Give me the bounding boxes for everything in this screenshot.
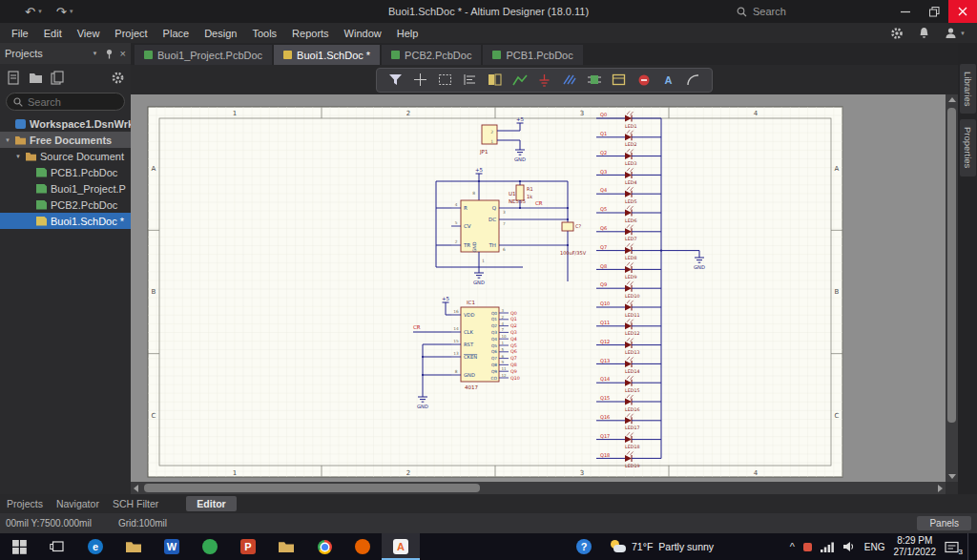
horizontal-scrollbar[interactable] <box>131 482 946 494</box>
scroll-up-icon[interactable] <box>948 97 956 102</box>
vertical-scroll-thumb[interactable] <box>947 108 956 423</box>
help-icon[interactable]: ? <box>565 533 603 560</box>
powerpoint-icon[interactable]: P <box>229 533 267 560</box>
tree-item-pcb1-pcbdoc[interactable]: PCB1.PcbDoc <box>0 164 131 180</box>
svg-text:Q10: Q10 <box>600 301 610 306</box>
menu-tools[interactable]: Tools <box>244 26 284 41</box>
start-icon[interactable] <box>0 533 38 560</box>
tab-projects[interactable]: Projects <box>0 498 50 509</box>
word-icon[interactable]: W <box>153 533 191 560</box>
svg-text:LED9: LED9 <box>625 275 636 280</box>
text-tool-icon[interactable]: A <box>658 72 678 89</box>
tree-item-source-document[interactable]: ▼Source Document <box>0 148 131 164</box>
tree-item-free-documents[interactable]: ▼Free Documents <box>0 132 131 148</box>
hidden-icons-button[interactable]: ^ <box>790 541 795 552</box>
scroll-right-icon[interactable] <box>938 485 943 492</box>
sheet-tool-icon[interactable] <box>485 72 505 89</box>
menu-file[interactable]: File <box>4 26 36 41</box>
sheet-border[interactable]: 11223344AABBCC <box>148 107 842 477</box>
chevron-down-icon[interactable]: ▼ <box>69 9 74 14</box>
bell-icon[interactable] <box>918 27 930 40</box>
panel-menu-icon[interactable]: ▼ <box>93 51 98 56</box>
chevron-down-icon[interactable]: ▼ <box>37 9 43 14</box>
tray-app-icon[interactable] <box>803 543 812 551</box>
window-title: Buoi1.SchDoc * - Altium Designer (18.0.1… <box>0 0 977 23</box>
chrome-icon[interactable] <box>305 533 343 560</box>
menu-project[interactable]: Project <box>107 26 155 41</box>
restore-button[interactable] <box>920 0 948 23</box>
doc-tab-pcb1-pcbdoc[interactable]: PCB1.PcbDoc <box>483 45 582 65</box>
schematic-sheet[interactable]: 11223344AABBCCJP121+5GND+58U1NE5554R5CV2… <box>131 94 958 494</box>
menu-reports[interactable]: Reports <box>284 26 337 41</box>
altium-designer-icon[interactable]: A <box>382 533 420 560</box>
svg-text:+5: +5 <box>516 116 525 122</box>
projects-search-input[interactable] <box>28 96 114 108</box>
align-tool-icon[interactable] <box>460 72 480 89</box>
projects-search[interactable] <box>6 93 125 111</box>
tab-sch-filter[interactable]: SCH Filter <box>106 498 165 509</box>
editor-canvas[interactable]: 11223344AABBCCJP121+5GND+58U1NE5554R5CV2… <box>131 94 958 494</box>
menu-design[interactable]: Design <box>197 26 244 41</box>
expand-arrow-icon[interactable]: ▼ <box>14 154 22 159</box>
horizontal-scroll-thumb[interactable] <box>144 484 480 492</box>
crosshair-tool-icon[interactable] <box>410 72 430 89</box>
panel-close-icon[interactable]: × <box>120 48 126 59</box>
doc-tab-buoi1-schdoc-[interactable]: Buoi1.SchDoc * <box>274 45 380 65</box>
volume-icon[interactable] <box>842 541 856 552</box>
app-green-icon[interactable] <box>191 533 229 560</box>
tree-item-buoi1-schdoc-[interactable]: Buoi1.SchDoc * <box>0 213 131 229</box>
power-port-tool-icon[interactable] <box>534 72 554 89</box>
folder-2-icon[interactable] <box>267 533 305 560</box>
menu-view[interactable]: View <box>70 26 108 41</box>
scroll-left-icon[interactable] <box>134 485 138 492</box>
tree-item-buoi1-project-p[interactable]: Buoi1_Project.P <box>0 180 131 197</box>
pin-icon[interactable] <box>105 49 114 59</box>
close-button[interactable] <box>948 0 977 23</box>
show-desktop-button[interactable] <box>967 533 972 560</box>
weather-widget[interactable]: 71°F Partly sunny <box>611 540 714 553</box>
sheet-symbol-tool-icon[interactable] <box>609 72 629 89</box>
menu-place[interactable]: Place <box>156 26 197 41</box>
tree-item-pcb2-pcbdoc[interactable]: PCB2.PcbDoc <box>0 197 131 213</box>
doc-tab-buoi1-project-pcbdoc[interactable]: Buoi1_Project.PcbDoc <box>135 45 272 65</box>
tab-libraries[interactable]: Libraries <box>960 64 976 114</box>
filter-tool-icon[interactable] <box>385 72 405 89</box>
menu-edit[interactable]: Edit <box>36 26 70 41</box>
edge-icon[interactable]: e <box>76 533 114 560</box>
panels-button[interactable]: Panels <box>917 516 971 530</box>
harness-tool-icon[interactable] <box>559 72 579 89</box>
doc-tab-label: PCB2.PcbDoc <box>405 50 471 61</box>
firefox-icon[interactable] <box>343 533 382 560</box>
wire-tool-icon[interactable] <box>509 72 530 89</box>
scroll-down-icon[interactable] <box>948 474 956 479</box>
tab-editor[interactable]: Editor <box>186 496 236 511</box>
undo-button[interactable]: ↶▼ <box>25 5 43 19</box>
menu-help[interactable]: Help <box>389 26 426 41</box>
doc-tab-pcb2-pcbdoc[interactable]: PCB2.PcbDoc <box>382 45 481 65</box>
language-indicator[interactable]: ENG <box>864 542 885 552</box>
panel-gear-icon[interactable] <box>111 71 124 85</box>
minimize-button[interactable] <box>891 0 920 23</box>
user-menu[interactable]: ▼ <box>945 27 966 39</box>
expand-arrow-icon[interactable]: ▼ <box>4 137 11 143</box>
taskbar-clock[interactable]: 8:29 PM 27/1/2022 <box>894 535 937 558</box>
place-part-tool-icon[interactable] <box>584 72 604 89</box>
menu-window[interactable]: Window <box>337 26 389 41</box>
tree-item-workspace1-dsnwrk[interactable]: Workspace1.DsnWrk <box>0 115 131 132</box>
arc-tool-icon[interactable] <box>683 72 703 89</box>
file-explorer-icon[interactable] <box>114 533 153 560</box>
directive-tool-icon[interactable] <box>634 72 654 89</box>
tab-properties[interactable]: Properties <box>960 119 976 176</box>
open-project-icon[interactable] <box>29 71 43 84</box>
selection-box-icon[interactable] <box>435 72 455 89</box>
copy-documents-icon[interactable] <box>51 71 64 85</box>
gear-icon[interactable] <box>890 27 904 40</box>
redo-button[interactable]: ↷▼ <box>56 5 74 19</box>
vertical-scrollbar[interactable] <box>946 94 958 482</box>
new-document-icon[interactable] <box>7 71 20 85</box>
task-view-icon[interactable] <box>38 533 76 560</box>
global-search[interactable]: Search <box>737 0 786 23</box>
action-center-button[interactable]: 3 <box>945 541 959 553</box>
network-icon[interactable] <box>821 542 834 552</box>
tab-navigator[interactable]: Navigator <box>50 498 106 509</box>
